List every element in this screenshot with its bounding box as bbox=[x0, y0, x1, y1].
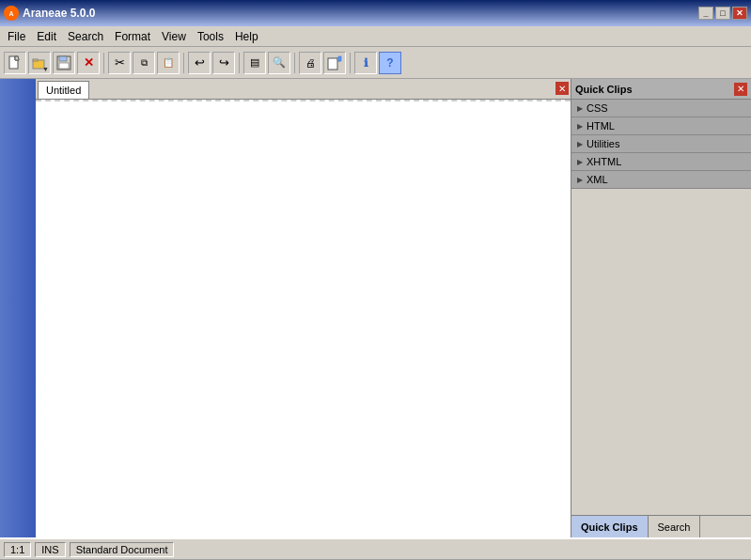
redo-button[interactable]: ↪ bbox=[212, 52, 235, 74]
svg-marker-3 bbox=[15, 56, 19, 60]
quick-clips-header: Quick Clips ✕ bbox=[571, 79, 751, 100]
toolbar: ▼ ✕ ✂ ⧉ 📋 ↩ ↪ ▤ 🔍 🖨 ℹ ? bbox=[0, 47, 751, 79]
status-bar: 1:1 INS Standard Document bbox=[0, 537, 751, 560]
search-toolbar-button[interactable]: 🔍 bbox=[268, 52, 290, 74]
open-file-button[interactable]: ▼ bbox=[28, 52, 51, 74]
editor-area[interactable] bbox=[36, 100, 571, 537]
status-mode: Standard Document bbox=[70, 542, 175, 557]
menu-tools[interactable]: Tools bbox=[192, 28, 229, 45]
svg-rect-7 bbox=[59, 56, 67, 61]
svg-rect-9 bbox=[328, 58, 337, 70]
menu-format[interactable]: Format bbox=[109, 28, 156, 45]
tab-quick-clips-label: Quick Clips bbox=[581, 521, 638, 533]
clip-arrow-icon: ▶ bbox=[577, 176, 583, 184]
help-toolbar-button[interactable]: ? bbox=[379, 52, 401, 74]
save-file-button[interactable] bbox=[53, 52, 75, 74]
menu-search[interactable]: Search bbox=[62, 28, 109, 45]
info-button[interactable]: ℹ bbox=[354, 52, 377, 74]
status-ins: INS bbox=[35, 542, 65, 557]
svg-rect-11 bbox=[338, 56, 341, 61]
quick-clips-panel: Quick Clips ✕ ▶ CSS ▶ HTML ▶ Utilities ▶… bbox=[571, 79, 751, 537]
title-bar: A Araneae 5.0.0 _ □ ✕ bbox=[0, 0, 751, 26]
separator-1 bbox=[103, 53, 104, 73]
svg-rect-8 bbox=[59, 63, 69, 69]
editor-section: Untitled ✕ bbox=[36, 79, 571, 537]
cut-button[interactable]: ✂ bbox=[108, 52, 131, 74]
clip-label: HTML bbox=[587, 120, 615, 132]
clip-arrow-icon: ▶ bbox=[577, 122, 583, 131]
left-gutter bbox=[0, 79, 36, 537]
separator-2 bbox=[183, 53, 184, 73]
clip-label: CSS bbox=[587, 102, 608, 114]
clip-arrow-icon: ▶ bbox=[577, 140, 583, 148]
svg-text:A: A bbox=[8, 10, 13, 17]
undo-button[interactable]: ↩ bbox=[188, 52, 211, 74]
clip-css[interactable]: ▶ CSS bbox=[571, 100, 751, 117]
paste-button[interactable]: 📋 bbox=[157, 52, 180, 74]
menu-edit[interactable]: Edit bbox=[31, 28, 62, 45]
window-title: Araneae 5.0.0 bbox=[23, 7, 695, 20]
menu-bar: File Edit Search Format View Tools Help bbox=[0, 26, 751, 47]
tab-label: Untitled bbox=[46, 85, 81, 96]
clip-arrow-icon: ▶ bbox=[577, 158, 583, 166]
new-file-button[interactable] bbox=[4, 52, 26, 74]
clips-list: ▶ CSS ▶ HTML ▶ Utilities ▶ XHTML ▶ XML bbox=[571, 100, 751, 515]
tab-bar: Untitled ✕ bbox=[36, 79, 571, 100]
clip-html[interactable]: ▶ HTML bbox=[571, 117, 751, 135]
window-controls: _ □ ✕ bbox=[698, 7, 747, 20]
separator-4 bbox=[294, 53, 295, 73]
quick-clips-close-button[interactable]: ✕ bbox=[734, 83, 747, 96]
clip-label: XHTML bbox=[587, 156, 621, 167]
quick-clips-title: Quick Clips bbox=[575, 84, 633, 95]
toggle-view-button[interactable]: ▤ bbox=[243, 52, 266, 74]
app-icon: A bbox=[4, 6, 19, 21]
close-button[interactable]: ✕ bbox=[732, 7, 747, 20]
close-file-button[interactable]: ✕ bbox=[77, 52, 100, 74]
clip-xhtml[interactable]: ▶ XHTML bbox=[571, 153, 751, 171]
tab-search[interactable]: Search bbox=[649, 516, 701, 537]
svg-rect-5 bbox=[33, 59, 38, 61]
tab-search-label: Search bbox=[658, 521, 691, 533]
tab-quick-clips[interactable]: Quick Clips bbox=[571, 516, 649, 537]
bottom-tabs: Quick Clips Search bbox=[571, 515, 751, 537]
print-button[interactable]: 🖨 bbox=[299, 52, 321, 74]
copy-button[interactable]: ⧉ bbox=[133, 52, 155, 74]
export-button[interactable] bbox=[323, 52, 346, 74]
menu-help[interactable]: Help bbox=[229, 28, 264, 45]
tab-close-button[interactable]: ✕ bbox=[555, 82, 569, 95]
status-position: 1:1 bbox=[4, 542, 31, 557]
menu-file[interactable]: File bbox=[2, 28, 31, 45]
clip-arrow-icon: ▶ bbox=[577, 104, 583, 113]
clip-utilities[interactable]: ▶ Utilities bbox=[571, 135, 751, 153]
separator-5 bbox=[350, 53, 351, 73]
menu-view[interactable]: View bbox=[156, 28, 192, 45]
maximize-button[interactable]: □ bbox=[715, 7, 730, 20]
separator-3 bbox=[239, 53, 240, 73]
main-container: Untitled ✕ Quick Clips ✕ ▶ CSS ▶ HTML ▶ … bbox=[0, 79, 751, 537]
clip-label: Utilities bbox=[587, 138, 619, 149]
tab-untitled[interactable]: Untitled bbox=[38, 81, 89, 99]
minimize-button[interactable]: _ bbox=[698, 7, 713, 20]
clip-label: XML bbox=[587, 174, 608, 185]
clip-xml[interactable]: ▶ XML bbox=[571, 171, 751, 189]
